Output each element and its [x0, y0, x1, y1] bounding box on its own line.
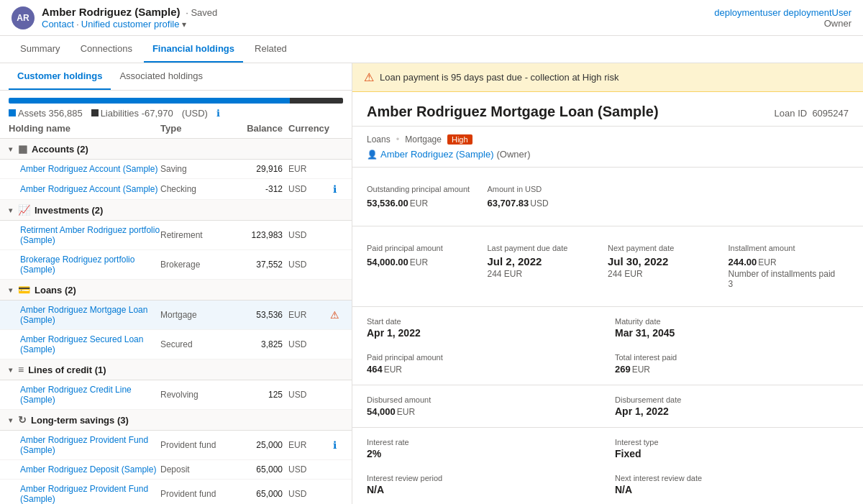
item-currency: USD: [283, 339, 326, 349]
last-payment-sub: 244 EUR: [488, 269, 600, 279]
assets-label: Assets 356,885: [18, 108, 83, 119]
amount-usd-label: Amount in USD: [488, 185, 600, 193]
review-period-cell: Interest review period N/A: [367, 469, 601, 500]
owner-name: Amber Rodriguez (Sample): [380, 149, 494, 160]
group-long-term-savings[interactable]: ▾ ↻ Long-term savings (3): [0, 410, 352, 431]
liabilities-label: Liabilities -67,970: [101, 108, 173, 119]
chart-section: Assets 356,885 Liabilities -67,970 (USD)…: [0, 91, 352, 119]
item-currency: USD: [283, 230, 326, 240]
alert-icon: ⚠: [364, 70, 374, 84]
tab-bar: Customer holdings Associated holdings: [0, 63, 352, 91]
item-type: Revolving: [160, 390, 232, 400]
group-accounts[interactable]: ▾ ▦ Accounts (2): [0, 139, 352, 160]
outstanding-label: Outstanding principal amount: [367, 185, 479, 193]
detail-grid-main: Outstanding principal amount 53,536.00EU…: [352, 168, 863, 226]
item-balance: 65,000: [232, 464, 283, 475]
next-review-cell: Next interest review date N/A: [615, 469, 849, 500]
loan-id-value: 6095247: [812, 108, 849, 119]
tag-loans: Loans: [367, 134, 391, 145]
dates-grid: Start date Apr 1, 2022 Maturity date Mar…: [367, 313, 849, 379]
item-currency: USD: [283, 489, 326, 499]
disbursement-date-cell: Disbursement date Apr 1, 2022: [615, 391, 849, 421]
group-accounts-label: Accounts (2): [32, 144, 88, 155]
nav-related[interactable]: Related: [246, 36, 296, 63]
item-type: Deposit: [160, 464, 232, 475]
group-investments[interactable]: ▾ 📈 Investments (2): [0, 200, 352, 221]
nav-financial-holdings[interactable]: Financial holdings: [144, 36, 243, 63]
outstanding-principal-cell: Outstanding principal amount 53,536.00EU…: [367, 179, 488, 214]
warn-icon: ⚠: [326, 309, 343, 321]
paid-principal-cell: Paid principal amount 54,000.00EUR: [367, 238, 488, 295]
tab-customer-holdings[interactable]: Customer holdings: [9, 63, 111, 90]
item-currency: EUR: [283, 310, 326, 320]
tab-associated-holdings[interactable]: Associated holdings: [111, 63, 211, 90]
amount-usd-cell: Amount in USD 63,707.83USD: [488, 179, 608, 214]
disbursement-date-label: Disbursement date: [615, 395, 849, 404]
interest-type-value: Fixed: [615, 448, 849, 459]
meta-tags: Loans • Mortgage High: [367, 134, 849, 145]
list-item[interactable]: Amber Rodriguez Account (Sample) Checkin…: [0, 179, 352, 200]
disbursed-cell: Disbursed amount 54,000EUR: [367, 391, 601, 421]
nav-connections[interactable]: Connections: [72, 36, 141, 63]
last-payment-label: Last payment due date: [488, 244, 600, 252]
list-item[interactable]: Amber Rodriguez Account (Sample) Saving …: [0, 160, 352, 179]
item-type: Secured: [160, 339, 232, 349]
item-name: Amber Rodriguez Account (Sample): [20, 164, 160, 174]
outstanding-value: 53,536.00EUR: [367, 196, 479, 209]
item-name: Amber Rodriguez Secured Loan (Sample): [20, 334, 160, 354]
person-icon: 👤: [367, 150, 378, 160]
paid-principal2-value: 464EUR: [367, 363, 601, 375]
list-item[interactable]: Amber Rodriguez Provident Fund (Sample) …: [0, 431, 352, 460]
start-date-value: Apr 1, 2022: [367, 327, 601, 339]
contact-link[interactable]: Contact: [42, 19, 74, 29]
chevron-down-icon: ▾: [9, 206, 12, 214]
item-name: Retirment Amber Rodriguez portfolio (Sam…: [20, 225, 160, 245]
item-currency: EUR: [283, 164, 326, 174]
interest-rate-value: 2%: [367, 448, 601, 459]
list-item[interactable]: Brokerage Rodriguez portfolio (Sample) B…: [0, 250, 352, 280]
list-item[interactable]: Retirment Amber Rodriguez portfolio (Sam…: [0, 221, 352, 250]
item-balance: 65,000: [232, 489, 283, 499]
col-header-type: Type: [160, 123, 232, 134]
nav-summary[interactable]: Summary: [12, 36, 69, 63]
list-item[interactable]: Amber Rodriguez Provident Fund (Sample) …: [0, 480, 352, 504]
item-currency: USD: [283, 390, 326, 400]
start-date-label: Start date: [367, 317, 601, 326]
risk-badge: High: [447, 134, 472, 145]
list-header: Holding name Type Balance Currency: [0, 119, 352, 139]
next-payment-cell: Next payment date Jul 30, 2022 244 EUR: [608, 238, 729, 295]
liabilities-bar: [290, 98, 343, 104]
item-balance: 125: [232, 390, 283, 400]
next-payment-sub: 244 EUR: [608, 269, 720, 279]
item-balance: 123,983: [232, 230, 283, 240]
total-interest-value: 269EUR: [615, 363, 849, 375]
list-item[interactable]: Amber Rodriguez Credit Line (Sample) Rev…: [0, 380, 352, 410]
list-item[interactable]: Amber Rodriguez Mortgage Loan (Sample) M…: [0, 301, 352, 330]
interest-type-label: Interest type: [615, 438, 849, 446]
item-name: Amber Rodriguez Mortgage Loan (Sample): [20, 305, 160, 325]
next-review-value: N/A: [615, 484, 849, 495]
avatar: AR: [12, 6, 35, 29]
review-period-label: Interest review period: [367, 474, 601, 482]
list-item[interactable]: Amber Rodriguez Deposit (Sample) Deposit…: [0, 460, 352, 480]
paid-principal-label: Paid principal amount: [367, 244, 479, 252]
profile-link[interactable]: Unified customer profile: [81, 19, 180, 29]
tag-mortgage: Mortgage: [405, 134, 442, 145]
item-type: Saving: [160, 164, 232, 174]
alert-text: Loan payment is 95 days past due - colle…: [380, 72, 618, 83]
group-loans[interactable]: ▾ 💳 Loans (2): [0, 280, 352, 301]
col-header-currency: Currency: [283, 123, 326, 134]
investments-icon: 📈: [18, 204, 30, 216]
item-balance: 25,000: [232, 440, 283, 450]
loan-id-label: Loan ID: [775, 108, 808, 119]
detail-header: Amber Rodriguez Mortgage Loan (Sample) L…: [352, 92, 863, 127]
nav-bar: Summary Connections Financial holdings R…: [0, 36, 863, 63]
interest-rate-cell: Interest rate 2%: [367, 434, 601, 464]
right-panel: ⚠ Loan payment is 95 days past due - col…: [352, 63, 863, 504]
owner-role: (Owner): [497, 149, 531, 160]
header-subtitle: Contact · Unified customer profile ▾: [42, 19, 217, 29]
total-interest-label: Total interest paid: [615, 353, 849, 362]
list-item[interactable]: Amber Rodriguez Secured Loan (Sample) Se…: [0, 330, 352, 359]
item-type: Checking: [160, 184, 232, 194]
group-lines-of-credit[interactable]: ▾ ≡ Lines of credit (1): [0, 359, 352, 380]
